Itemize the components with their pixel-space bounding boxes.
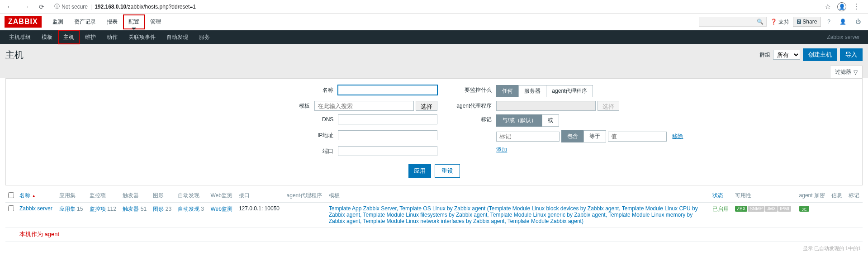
items-link[interactable]: 监控项	[90, 206, 106, 212]
templates-cell[interactable]: Template App Zabbix Server, Template OS …	[329, 205, 698, 224]
monitor-proxy[interactable]: agent代理程序	[546, 85, 593, 97]
sort-asc-icon: ▲	[32, 194, 36, 198]
port-input[interactable]	[338, 146, 437, 156]
tag-equals[interactable]: 等于	[583, 130, 606, 142]
dns-input[interactable]	[338, 114, 437, 124]
search-icon: 🔍	[757, 19, 764, 25]
proxy-input	[496, 101, 596, 111]
tags-or[interactable]: 或	[542, 114, 559, 127]
col-graphs: 图形	[150, 189, 175, 203]
subnav-hosts[interactable]: 主机	[58, 30, 80, 44]
col-status[interactable]: 状态	[710, 189, 732, 203]
host-name-link[interactable]: Zabbix server	[19, 205, 52, 212]
subnav-correlation[interactable]: 关联项事件	[123, 30, 161, 44]
logo[interactable]: ZABBIX	[5, 16, 42, 28]
create-host-button[interactable]: 创建主机	[803, 48, 837, 61]
url-text: 192.168.0.10/zabbix/hosts.php?ddreset=1	[95, 4, 196, 10]
col-items: 监控项	[87, 189, 120, 203]
nav-inventory[interactable]: 资产记录	[69, 14, 101, 29]
filter-icon: ▽	[854, 69, 858, 76]
subnav-discovery[interactable]: 自动发现	[161, 30, 194, 44]
forward-icon[interactable]: →	[20, 3, 33, 11]
tag-name-input[interactable]	[496, 132, 560, 142]
group-label: 群组	[759, 51, 770, 59]
filter-body: 名称 要监控什么 任何 服务器 agent代理程序 模板 选择 agent代理程…	[5, 78, 863, 185]
web-link[interactable]: Web监测	[210, 206, 232, 212]
triggers-link[interactable]: 触发器	[123, 206, 139, 212]
bookmark-icon[interactable]: ☆	[825, 2, 831, 11]
page-title: 主机	[5, 49, 24, 61]
reload-icon[interactable]: ⟳	[36, 3, 47, 10]
select-all-checkbox[interactable]	[8, 192, 14, 198]
avail-jmx-badge: JMX	[765, 206, 778, 212]
graphs-link[interactable]: 图形	[153, 206, 164, 212]
filter-tab[interactable]: 过滤器 ▽	[830, 66, 863, 78]
subnav-server-label: Zabbix server	[827, 34, 864, 40]
group-select[interactable]: 所有	[773, 50, 800, 60]
tag-value-input[interactable]	[608, 132, 667, 142]
global-search[interactable]: 🔍	[699, 17, 767, 27]
availability-cell: ZBXSNMPJMXIPMI	[732, 203, 797, 228]
help-icon[interactable]: ?	[825, 19, 833, 25]
template-label: 模板	[287, 101, 314, 111]
status-link[interactable]: 已启用	[712, 206, 729, 212]
sub-nav: 主机群组 模板 主机 维护 动作 关联项事件 自动发现 服务 Zabbix se…	[0, 30, 868, 44]
nav-administration[interactable]: 管理	[145, 14, 166, 29]
nav-configuration[interactable]: 配置	[123, 14, 145, 29]
top-header: ZABBIX 监测 资产记录 报表 配置 管理 🔍 ❓ 支持 ZShare ? …	[0, 14, 868, 30]
back-icon[interactable]: ←	[4, 3, 16, 11]
user-icon[interactable]: 👤	[837, 19, 849, 25]
browser-menu-icon[interactable]: ⋮	[853, 2, 860, 11]
not-secure-badge: ⓘ Not secure	[54, 3, 88, 10]
reset-button[interactable]: 重设	[435, 164, 460, 178]
hosts-table-wrap: 名称 ▲ 应用集 监控项 触发器 图形 自动发现 Web监测 接口 agent代…	[5, 189, 863, 242]
ip-input[interactable]	[338, 130, 437, 140]
monitor-any[interactable]: 任何	[496, 85, 519, 97]
url-bar[interactable]: ⓘ Not secure | 192.168.0.10/zabbix/hosts…	[51, 3, 821, 10]
monitor-server[interactable]: 服务器	[518, 85, 546, 97]
col-availability: 可用性	[732, 189, 797, 203]
tag-remove-link[interactable]: 移除	[672, 133, 683, 140]
filter-tab-row: 过滤器 ▽	[0, 66, 868, 78]
name-input[interactable]	[338, 85, 437, 95]
tag-add-link[interactable]: 添加	[496, 146, 507, 154]
interface-cell: 127.0.0.1: 10050	[236, 203, 284, 228]
avail-ipmi-badge: IPMI	[778, 206, 791, 212]
profile-icon[interactable]: 👤	[837, 2, 846, 11]
col-interface: 接口	[236, 189, 284, 203]
col-name[interactable]: 名称 ▲	[17, 189, 57, 203]
col-info: 信息	[829, 189, 845, 203]
tags-cell	[846, 203, 863, 228]
name-label: 名称	[311, 85, 338, 95]
tag-contains[interactable]: 包含	[561, 130, 584, 142]
hosts-table: 名称 ▲ 应用集 监控项 触发器 图形 自动发现 Web监测 接口 agent代…	[5, 189, 863, 242]
apply-button[interactable]: 应用	[408, 164, 431, 178]
proxy-label: agent代理程序	[451, 101, 496, 111]
support-link[interactable]: ❓ 支持	[770, 18, 789, 26]
apps-link[interactable]: 应用集	[59, 206, 76, 212]
col-triggers: 触发器	[120, 189, 150, 203]
annotation-text: 本机作为 agent	[19, 231, 59, 237]
tag-op-segmented: 包含 等于	[561, 130, 606, 142]
tags-label: 标记	[451, 114, 496, 124]
template-input[interactable]	[314, 101, 414, 111]
discovery-link[interactable]: 自动发现	[178, 206, 199, 212]
tags-andor[interactable]: 与/或（默认）	[496, 114, 542, 127]
subnav-templates[interactable]: 模板	[36, 30, 58, 44]
nav-reports[interactable]: 报表	[101, 14, 123, 29]
nav-monitoring[interactable]: 监测	[47, 14, 69, 29]
subnav-maintenance[interactable]: 维护	[80, 30, 101, 44]
monitor-label: 要监控什么	[451, 85, 496, 95]
subnav-services[interactable]: 服务	[194, 30, 215, 44]
port-label: 端口	[311, 146, 338, 156]
col-apps: 应用集	[57, 189, 87, 203]
page-bar: 主机 群组 所有 创建主机 导入	[0, 44, 868, 66]
col-tags: 标记	[846, 189, 863, 203]
import-button[interactable]: 导入	[840, 48, 863, 61]
row-checkbox[interactable]	[8, 205, 14, 211]
logout-icon[interactable]: ⏻	[853, 19, 863, 25]
subnav-hostgroups[interactable]: 主机群组	[4, 30, 36, 44]
share-button[interactable]: ZShare	[793, 17, 821, 27]
subnav-actions[interactable]: 动作	[101, 30, 123, 44]
template-select-button[interactable]: 选择	[416, 101, 437, 111]
